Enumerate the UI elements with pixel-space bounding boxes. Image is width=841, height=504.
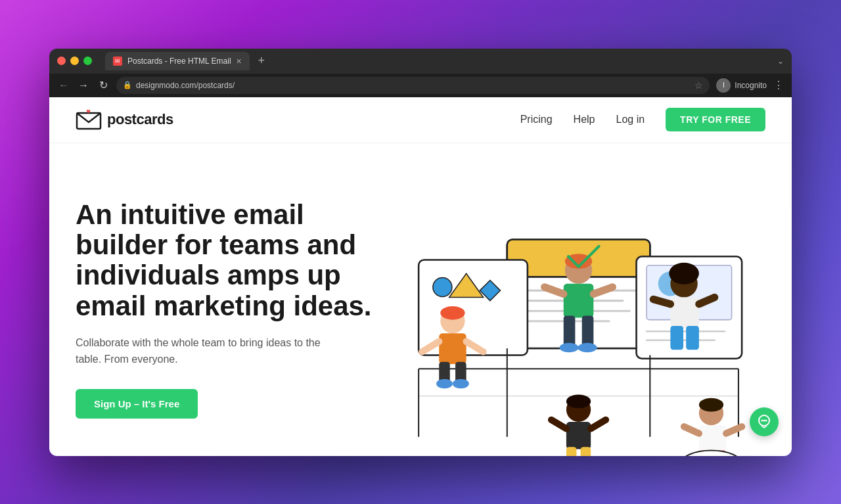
svg-point-36 [560, 342, 579, 352]
svg-line-52 [551, 419, 566, 428]
tab-bar: ✉ Postcards - Free HTML Email × + ⌄ [105, 52, 784, 70]
logo-icon [76, 109, 102, 130]
minimize-button[interactable] [70, 57, 79, 65]
nav-login[interactable]: Log in [616, 114, 645, 126]
svg-point-23 [440, 306, 465, 319]
new-tab-button[interactable]: + [252, 52, 271, 70]
svg-point-37 [578, 342, 597, 352]
traffic-lights [57, 57, 92, 65]
nav-cta-button[interactable]: TRY FOR FREE [666, 108, 765, 131]
tab-favicon: ✉ [113, 57, 122, 66]
svg-point-27 [436, 378, 453, 388]
close-button[interactable] [57, 57, 66, 65]
svg-rect-34 [564, 315, 576, 346]
profile-name: Incognito [735, 81, 767, 90]
logo-text: postcards [107, 111, 173, 128]
svg-point-64 [763, 419, 765, 421]
url-text: designmodo.com/postcards/ [136, 81, 235, 90]
svg-point-63 [761, 419, 763, 421]
illustration-svg [391, 163, 759, 456]
lock-icon: 🔒 [123, 81, 132, 89]
nav-links: Pricing Help Log in TRY FOR FREE [520, 108, 765, 131]
nav-pricing[interactable]: Pricing [520, 114, 553, 126]
hero-cta-button[interactable]: Sign Up – It's Free [76, 389, 198, 419]
svg-line-59 [684, 426, 699, 433]
logo-area: postcards [76, 109, 173, 130]
svg-rect-42 [670, 297, 699, 328]
chat-icon [757, 415, 771, 429]
svg-line-45 [653, 299, 670, 304]
refresh-button[interactable]: ↻ [97, 79, 110, 91]
site-nav: postcards Pricing Help Log in TRY FOR FR… [49, 97, 792, 143]
svg-rect-24 [439, 333, 466, 364]
svg-point-48 [566, 394, 591, 408]
forward-button[interactable]: → [77, 80, 90, 91]
url-bar[interactable]: 🔒 designmodo.com/postcards/ ☆ [116, 77, 710, 94]
titlebar: ✉ Postcards - Free HTML Email × + ⌄ [49, 49, 792, 74]
svg-rect-51 [581, 447, 591, 456]
svg-rect-50 [566, 447, 577, 456]
tab-title: Postcards - Free HTML Email [127, 57, 231, 66]
hero-text: An intuitive email builder for teams and… [76, 200, 391, 419]
tab-chevron-icon[interactable]: ⌄ [777, 57, 784, 66]
svg-rect-56 [699, 425, 726, 452]
back-button[interactable]: ← [57, 80, 70, 91]
svg-line-60 [726, 426, 742, 433]
bookmark-icon[interactable]: ☆ [694, 80, 703, 91]
profile-avatar[interactable]: I [716, 78, 731, 93]
hero-headline: An intuitive email builder for teams and… [76, 200, 391, 321]
tab-close-icon[interactable]: × [237, 56, 242, 66]
svg-point-28 [453, 378, 469, 388]
browser-menu-icon[interactable]: ⋮ [773, 79, 784, 91]
profile-area: I Incognito [716, 78, 767, 93]
svg-point-41 [669, 262, 699, 284]
hero-subtext: Collaborate with the whole team to bring… [76, 334, 325, 368]
svg-rect-33 [564, 283, 594, 317]
svg-rect-49 [566, 422, 591, 449]
chat-widget[interactable] [750, 407, 779, 436]
svg-rect-43 [670, 325, 683, 349]
svg-rect-44 [686, 325, 699, 349]
hero-section: An intuitive email builder for teams and… [49, 143, 792, 456]
addressbar: ← → ↻ 🔒 designmodo.com/postcards/ ☆ I In… [49, 74, 792, 97]
hero-illustration [391, 163, 765, 456]
maximize-button[interactable] [83, 57, 92, 65]
svg-point-65 [765, 419, 767, 421]
svg-point-55 [699, 398, 723, 411]
svg-line-53 [591, 419, 606, 428]
webpage: postcards Pricing Help Log in TRY FOR FR… [49, 97, 792, 456]
browser-window: ✉ Postcards - Free HTML Email × + ⌄ ← → … [49, 49, 792, 456]
nav-help[interactable]: Help [574, 114, 595, 126]
active-tab[interactable]: ✉ Postcards - Free HTML Email × [105, 52, 250, 70]
svg-rect-35 [582, 315, 594, 346]
svg-point-61 [681, 450, 742, 456]
svg-point-8 [433, 277, 452, 296]
